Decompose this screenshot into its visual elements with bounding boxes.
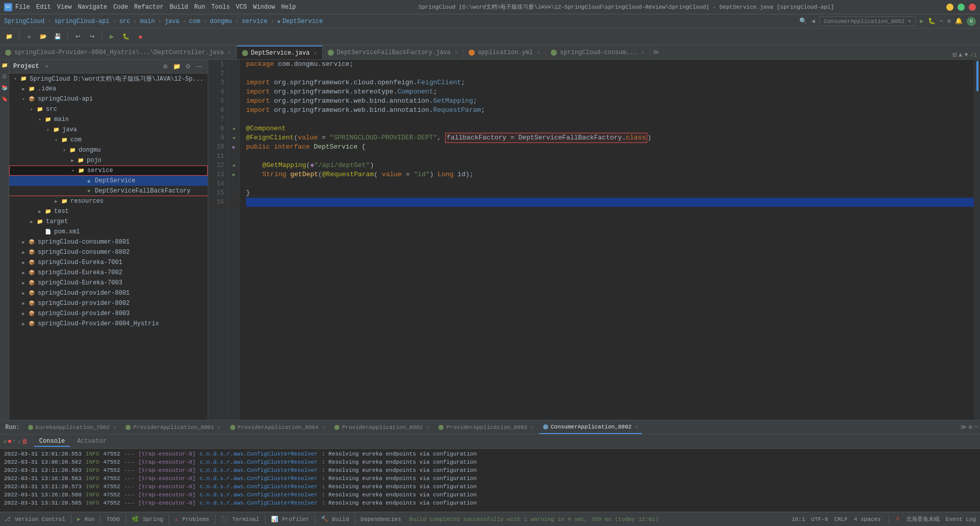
run-tab-close-consumer-8802[interactable]: ✕ [635, 424, 638, 430]
run-more-icon[interactable]: ≫ [960, 423, 967, 431]
gutter-feign-icon[interactable]: ● [229, 133, 239, 142]
breadcrumb-deptservice[interactable]: DeptService [282, 18, 323, 25]
tree-item-provider-8003[interactable]: ▶ 📦 springCloud-provider-8003 [9, 308, 208, 319]
status-csdn[interactable]: 北海星兔未眠 [906, 515, 940, 523]
nav-user-icon[interactable]: U [967, 17, 976, 26]
tab-close-4[interactable]: ✕ [537, 50, 540, 56]
tree-item-dongmu[interactable]: ▾ 📁 dongmu [9, 145, 208, 155]
tab-deptcontroller[interactable]: springCloud-Provider-8004_Hystrix\...\De… [0, 45, 237, 59]
console-restart-icon[interactable]: ↺ [3, 438, 7, 445]
toolbar-run-icon[interactable]: ▶ [106, 31, 118, 43]
toolbar-debug-icon[interactable]: 🐛 [120, 31, 132, 43]
nav-back-icon[interactable]: ◀ [811, 17, 815, 25]
run-gear-icon[interactable]: ⚙ [969, 423, 972, 431]
tab-close-5[interactable]: ✕ [641, 50, 644, 56]
tree-item-test[interactable]: ▶ 📁 test [9, 206, 208, 217]
status-vc-icon[interactable]: ⎇ [4, 516, 11, 522]
run-tab-close-provider-8004[interactable]: ✕ [322, 424, 325, 431]
menu-run[interactable]: Run [194, 4, 205, 11]
breadcrumb-api[interactable]: springCloud-api [54, 18, 109, 25]
run-tab-provider-8003[interactable]: ProviderApplication_8003 ✕ [434, 421, 537, 434]
code-editor[interactable]: 1 2 3 4 5 6 7 8 9 10 11 12 13 14 15 16 [208, 60, 974, 420]
activity-project-icon[interactable]: 📁 [1, 62, 8, 69]
console-stop-icon[interactable]: ■ [8, 438, 11, 445]
menu-navigate[interactable]: Navigate [78, 4, 107, 11]
activity-structure-icon[interactable]: ☰ [1, 73, 8, 80]
status-terminal[interactable]: Terminal [232, 516, 259, 522]
status-run[interactable]: Run [85, 516, 95, 522]
run-tab-close-eureka[interactable]: ✕ [113, 424, 116, 431]
tree-item-provider-8001[interactable]: ▶ 📦 springCloud-provider-8001 [9, 288, 208, 298]
console-up-icon[interactable]: ↑ [12, 438, 16, 445]
status-profiler[interactable]: Profiler [282, 516, 309, 522]
status-encoding[interactable]: UTF-8 [811, 516, 828, 522]
tab-close-2[interactable]: ✕ [314, 50, 317, 56]
toolbar-stop-icon[interactable]: ■ [134, 31, 146, 43]
tree-item-fallbackfactory[interactable]: ● DeptServiceFallBackFactory [9, 186, 208, 196]
tree-item-pojo[interactable]: ▶ 📁 pojo [9, 155, 208, 165]
console-tab-console[interactable]: Console [34, 437, 70, 447]
run-tab-close-provider-8002[interactable]: ✕ [426, 424, 429, 431]
menu-view[interactable]: View [57, 4, 72, 11]
nav-debug-btn[interactable]: 🐛 [928, 17, 936, 25]
menu-vcs[interactable]: VCS [236, 4, 247, 11]
toolbar-undo-icon[interactable]: ↩ [71, 31, 84, 43]
editor-split-icon[interactable]: ⊟ [952, 51, 957, 59]
tree-item-service[interactable]: ▾ 📁 service [9, 165, 208, 176]
editor-nav-up-icon[interactable]: ▲ [959, 52, 962, 59]
status-problems[interactable]: Problems [182, 516, 209, 522]
menu-build[interactable]: Build [169, 4, 188, 11]
sidebar-dropdown-icon[interactable]: ▾ [45, 63, 48, 69]
status-line-sep[interactable]: CRLF [834, 516, 847, 522]
status-run-icon[interactable]: ▶ [77, 516, 81, 522]
gutter-getdept-icon[interactable]: ▶ [229, 170, 239, 179]
tab-fallbackfactory[interactable]: DeptServiceFallBackFactory.java ✕ [323, 45, 463, 59]
menu-edit[interactable]: Edit [36, 4, 51, 11]
tree-item-springcloud-api[interactable]: ▾ 📦 springCloud-api [9, 94, 208, 104]
tree-item-com[interactable]: ▾ 📁 com [9, 135, 208, 145]
menu-tools[interactable]: Tools [211, 4, 230, 11]
tree-item-deptservice[interactable]: ◆ DeptService [9, 176, 208, 186]
console-clear-icon[interactable]: 🗑 [22, 438, 28, 445]
tree-item-springcloud[interactable]: ▾ 📁 SpringCloud D:\word文档\电子版练习册\JAVA\12… [9, 74, 208, 84]
breadcrumb-service[interactable]: service [242, 18, 267, 25]
tree-item-java[interactable]: ▾ 📁 java [9, 125, 208, 135]
menu-refactor[interactable]: Refactor [134, 4, 164, 11]
run-tab-provider-8001[interactable]: ProviderApplication_8001 ✕ [121, 421, 225, 434]
status-line-col[interactable]: 16:1 [792, 516, 805, 522]
tree-item-eureka-7001[interactable]: ▶ 📦 springCloud-Eureka-7001 [9, 257, 208, 268]
nav-run-btn[interactable]: ▶ [920, 17, 923, 25]
run-tab-consumer-8802[interactable]: ConsumerApplication_8802 ✕ [539, 421, 642, 434]
status-build[interactable]: Build [332, 516, 349, 522]
tree-item-resources[interactable]: ▶ 📁 resources [9, 196, 208, 206]
status-todo[interactable]: TODO [106, 516, 119, 522]
toolbar-open-icon[interactable]: 📂 [37, 31, 50, 43]
breadcrumb-com[interactable]: com [189, 18, 201, 25]
editor-nav-down-icon[interactable]: ▼ [965, 52, 968, 59]
close-button[interactable] [969, 4, 976, 11]
tab-deptservice[interactable]: DeptService.java ✕ [237, 45, 323, 59]
minimize-button[interactable] [946, 4, 953, 11]
gutter-getmapping-icon[interactable]: ● [229, 161, 239, 170]
status-dependencies[interactable]: Dependencies [361, 516, 401, 522]
tabs-more-button[interactable]: ≫ [650, 49, 663, 56]
gutter-component-icon[interactable]: ● [229, 124, 239, 133]
status-version-control[interactable]: Version Control [15, 516, 65, 522]
run-tab-close-provider-8003[interactable]: ✕ [531, 424, 534, 431]
run-tab-eureka-7002[interactable]: EurekaApplication_7002 ✕ [24, 421, 120, 434]
breadcrumb-dongmu[interactable]: dongmu [210, 18, 232, 25]
checklist-icon[interactable]: ✓1 [970, 52, 977, 58]
status-event-log[interactable]: Event Log [946, 516, 976, 522]
nav-settings-icon[interactable]: ⚙ [947, 17, 951, 25]
tab-consumer[interactable]: springCloud-consum... ✕ [546, 45, 650, 59]
run-tab-close-provider-8001[interactable]: ✕ [218, 424, 221, 431]
sidebar-settings-btn[interactable]: ⚙ [183, 62, 192, 71]
tree-item-main[interactable]: ▾ 📁 main [9, 114, 208, 125]
tree-item-eureka-7002[interactable]: ▶ 📦 springCloud-Eureka-7002 [9, 268, 208, 278]
activity-learn-icon[interactable]: 📚 [1, 84, 8, 91]
toolbar-save-icon[interactable]: 💾 [52, 31, 64, 43]
sidebar-new-file-btn[interactable]: ⊕ [161, 62, 170, 71]
tree-item-consumer-8801[interactable]: ▶ 📦 springCloud-consumer-8801 [9, 237, 208, 247]
toolbar-new-icon[interactable]: + [23, 31, 35, 43]
tree-item-provider-8004[interactable]: ▶ 📦 springCloud-Provider-8004_Hystrix [9, 319, 208, 329]
